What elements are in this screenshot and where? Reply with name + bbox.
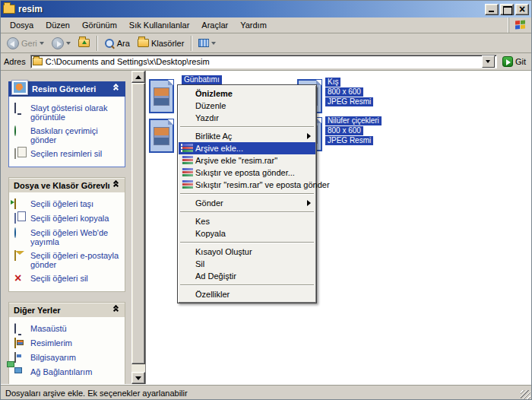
file-tasks-header[interactable]: Dosya ve Klasör Görevlı [8,177,125,192]
folder-icon [3,5,15,14]
address-label: Adres [4,57,27,66]
address-dropdown-button[interactable] [482,56,495,68]
menu-item-duzenle[interactable]: Düzenle [179,100,315,112]
back-caret-icon[interactable] [40,42,44,47]
menu-dosya[interactable]: Dosya [4,18,40,32]
order-prints-icon [14,125,16,136]
desktop-icon [14,323,16,334]
copy-icon [14,213,16,224]
task-copy-items[interactable]: Seçili öğeleri kopyala [13,211,122,226]
file-label-gunbatimi[interactable]: Günbatımı [182,75,222,84]
maximize-button[interactable] [500,4,514,15]
menu-duzen[interactable]: Düzen [40,18,76,32]
up-icon [78,39,90,47]
other-places-header[interactable]: Diğer Yerler [8,302,125,317]
menu-sik-kullanilanlar[interactable]: Sık Kullanılanlar [123,18,196,32]
menu-item-sikistir-resim-rar-eposta[interactable]: Sıkıştır "resim.rar" ve eposta gönder [179,179,315,191]
task-order-prints[interactable]: Baskıları çevrimiçi gönder [13,124,122,147]
place-my-pictures[interactable]: Resimlerim [13,336,122,351]
go-icon [502,56,513,67]
statusbar: Dosyaları arşive ekle. Ek seçenekler aya… [1,384,531,400]
close-button[interactable] [515,4,529,15]
winrar-icon [181,168,193,177]
panel-file-tasks: Dosya ve Klasör Görevlı Seçili öğeleri t… [8,177,125,292]
menu-item-kisayol-olustur[interactable]: Kısayol Oluştur [179,246,315,258]
scroll-up-button[interactable] [131,71,145,83]
chevron-up-icon[interactable] [111,307,120,313]
go-button[interactable]: Git [500,56,528,68]
folders-label: Klasörler [151,39,184,48]
address-path[interactable]: C:\Documents and Settings\x\Desktop\resi… [46,57,479,66]
delete-pictures-icon [14,148,16,159]
main-area: Resim Görevleri Slayt gösterisi olarak g… [1,71,531,384]
explorer-window: resim Dosya Düzen Görünüm Sık Kullanılan… [0,0,532,400]
menu-gorunum[interactable]: Görünüm [76,18,123,32]
slideshow-icon [14,103,16,113]
thumbnail-second[interactable] [149,119,174,153]
task-delete-items[interactable]: Seçili öğeleri sil [13,271,122,286]
panel-picture-tasks: Resim Görevleri Slayt gösterisi olarak g… [8,81,125,167]
task-publish-web[interactable]: Seçili öğeleri Web'de yayımla [13,226,122,249]
task-email-items[interactable]: Seçili öğeleri e-postayla gönder [13,249,122,271]
context-menu: Önizleme Düzenle Yazdır Birlikte Aç Arşi… [177,84,317,303]
menu-item-sikistir-eposta[interactable]: Sıkıştır ve eposta gönder... [179,167,315,179]
up-button[interactable] [75,37,93,49]
file-label-kis[interactable]: Kış 800 x 600 JPEG Resmi [325,78,373,107]
toolbar: Geri Ara Klasörler [1,33,531,53]
menu-item-sil[interactable]: Sil [179,258,315,270]
address-dropdown-icon [486,60,490,65]
scrollbar-thumb[interactable] [131,83,145,364]
winrar-icon [181,156,193,165]
back-button[interactable]: Geri [4,36,47,51]
place-my-computer[interactable]: Bilgisayarım [13,351,122,365]
views-button[interactable] [195,37,219,49]
chevron-up-icon[interactable] [111,183,120,189]
menu-item-arsive-ekle-resim-rar[interactable]: Arşive ekle "resim.rar" [179,154,315,167]
titlebar: resim [1,1,531,17]
picture-tasks-header[interactable]: Resim Görevleri [8,81,125,97]
address-input[interactable]: C:\Documents and Settings\x\Desktop\resi… [30,55,497,68]
sidebar: Resim Görevleri Slayt gösterisi olarak g… [1,71,131,384]
file-label-nilufer[interactable]: Nilüfer çiçekleri 800 x 600 JPEG Resmi [325,116,382,146]
task-delete-pictures[interactable]: Seçilen resimleri sil [13,147,122,161]
search-button[interactable]: Ara [101,37,133,50]
address-folder-icon [33,58,43,65]
menu-item-ad-degistir[interactable]: Ad Değiştir [179,270,315,282]
window-title: resim [18,4,485,14]
menu-item-gonder[interactable]: Gönder [179,197,315,209]
winrar-icon [181,180,193,189]
minimize-button[interactable] [485,4,499,15]
task-slideshow[interactable]: Slayt gösterisi olarak görüntüle [13,101,122,124]
menubar: Dosya Düzen Görünüm Sık Kullanılanlar Ar… [1,17,531,33]
task-move-items[interactable]: Seçili öğeleri taşı [13,197,122,211]
thumbnail-gunbatimi[interactable] [149,79,174,113]
addressbar: Adres C:\Documents and Settings\x\Deskto… [1,53,531,71]
menu-araclar[interactable]: Araçlar [195,18,234,32]
resize-grip[interactable] [521,390,530,400]
menu-item-kes[interactable]: Kes [179,215,315,227]
menu-item-birlikte-ac[interactable]: Birlikte Aç [179,130,315,142]
folders-icon [138,39,149,47]
forward-caret-icon[interactable] [66,42,71,47]
scroll-up-icon [135,72,141,79]
windows-logo-icon [515,21,526,30]
folders-button[interactable]: Klasörler [135,37,187,49]
place-desktop[interactable]: Masaüstü [13,322,122,336]
menu-item-kopyala[interactable]: Kopyala [179,227,315,240]
place-network[interactable]: Ağ Bağlantılarım [13,365,122,379]
scroll-down-button[interactable] [131,372,145,384]
menu-item-ozellikler[interactable]: Özellikler [179,288,315,300]
forward-button[interactable] [49,36,74,51]
views-caret-icon[interactable] [211,42,216,47]
winrar-icon [181,144,193,153]
menu-yardim[interactable]: Yardım [234,18,273,32]
back-label: Geri [21,39,37,48]
search-icon [104,38,115,49]
submenu-arrow-icon [307,200,311,206]
menu-item-onizleme[interactable]: Önizleme [179,87,315,100]
menu-item-arsive-ekle[interactable]: Arşive ekle... [179,142,315,154]
chevron-up-icon[interactable] [111,86,120,92]
go-label: Git [515,57,526,66]
menu-item-yazdir[interactable]: Yazdır [179,112,315,124]
sidebar-scrollbar[interactable] [131,71,145,384]
